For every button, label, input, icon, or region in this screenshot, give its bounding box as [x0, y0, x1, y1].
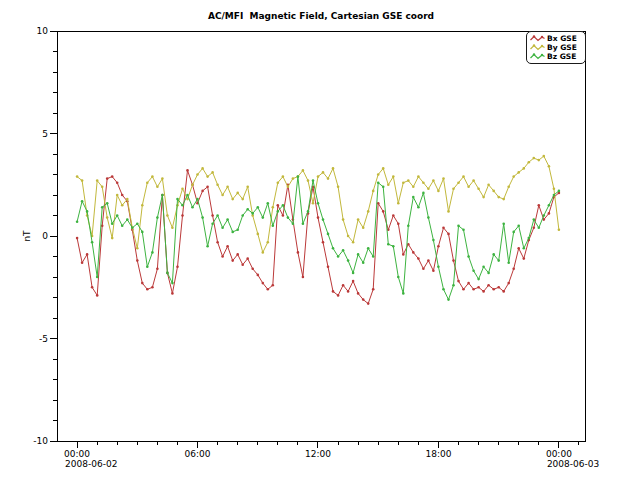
- y-tick-label: 0: [42, 231, 48, 241]
- y-tick-label: -10: [33, 436, 48, 446]
- legend-label-by: By GSE: [547, 43, 577, 52]
- legend-label-bz: Bz GSE: [547, 52, 576, 61]
- legend-entry-bz: Bz GSE: [530, 52, 582, 61]
- chart-figure: AC/MFI Magnetic Field, Cartesian GSE coo…: [0, 0, 640, 480]
- y-axis-label: nT: [22, 230, 32, 241]
- x-tick-label: 12:00: [305, 449, 331, 459]
- x-tick-label: 06:00: [185, 449, 211, 459]
- axes-frame: 1050-5-1000:002008-06-0206:0012:0018:000…: [33, 26, 599, 469]
- x-tick-label: 00:00: [64, 449, 90, 459]
- y-tick-label: 5: [42, 129, 48, 139]
- series-bx-gse: [76, 169, 560, 305]
- by-line-sample-icon: [530, 44, 545, 52]
- x-tick-date-label: 2008-06-03: [547, 459, 599, 469]
- y-tick-label: -5: [39, 334, 48, 344]
- y-tick-label: 10: [37, 26, 49, 36]
- bx-line-sample-icon: [530, 35, 545, 43]
- legend-entry-by: By GSE: [530, 43, 582, 52]
- legend: Bx GSE By GSE Bz GSE: [526, 31, 586, 64]
- series-bz-gse: [76, 175, 560, 301]
- legend-label-bx: Bx GSE: [547, 34, 577, 43]
- x-tick-label: 00:00: [546, 449, 572, 459]
- x-tick-label: 18:00: [425, 449, 451, 459]
- x-tick-date-label: 2008-06-02: [65, 459, 117, 469]
- plot-area: 1050-5-1000:002008-06-0206:0012:0018:000…: [0, 0, 640, 480]
- legend-entry-bx: Bx GSE: [530, 34, 582, 43]
- bz-line-sample-icon: [530, 53, 545, 61]
